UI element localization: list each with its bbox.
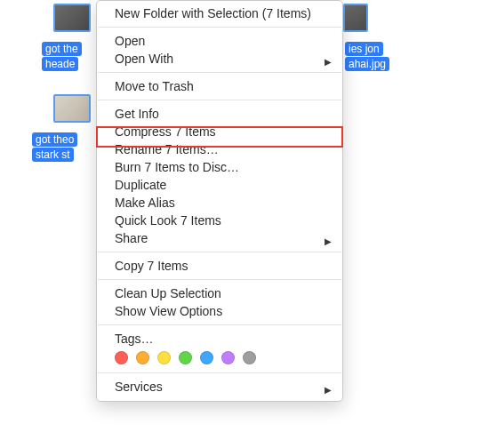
menu-separator: [98, 100, 341, 100]
menu-item-label: Rename 7 Items…: [115, 142, 219, 156]
file-label[interactable]: stark st: [32, 148, 74, 162]
context-menu: New Folder with Selection (7 Items) Open…: [96, 0, 343, 402]
file-thumbnail[interactable]: [343, 4, 368, 32]
menu-show-view-options[interactable]: Show View Options: [97, 302, 342, 320]
menu-item-label: Tags…: [115, 332, 154, 346]
menu-item-label: Copy 7 Items: [115, 259, 188, 273]
menu-separator: [98, 72, 341, 73]
file-thumbnail[interactable]: [53, 94, 91, 123]
menu-open[interactable]: Open: [97, 32, 342, 50]
submenu-arrow-icon: ▶: [325, 381, 332, 399]
tag-green[interactable]: [179, 351, 192, 364]
menu-services[interactable]: Services ▶: [97, 378, 342, 396]
tag-red[interactable]: [115, 351, 128, 364]
file-label[interactable]: got the: [42, 42, 82, 56]
menu-rename[interactable]: Rename 7 Items…: [97, 140, 342, 158]
tag-purple[interactable]: [221, 351, 235, 364]
menu-share[interactable]: Share ▶: [97, 229, 342, 247]
menu-item-label: Services: [115, 380, 163, 394]
menu-item-label: Compress 7 Items: [115, 124, 216, 139]
submenu-arrow-icon: ▶: [325, 53, 332, 71]
tag-gray[interactable]: [243, 351, 256, 364]
menu-duplicate[interactable]: Duplicate: [97, 176, 342, 194]
tags-row: [97, 348, 342, 368]
menu-item-label: Burn 7 Items to Disc…: [115, 160, 239, 174]
menu-burn[interactable]: Burn 7 Items to Disc…: [97, 158, 342, 176]
menu-item-label: Open: [115, 34, 145, 48]
menu-clean-up-selection[interactable]: Clean Up Selection: [97, 284, 342, 302]
submenu-arrow-icon: ▶: [325, 233, 332, 251]
menu-separator: [98, 27, 341, 28]
menu-open-with[interactable]: Open With ▶: [97, 50, 342, 68]
menu-item-label: Get Info: [115, 107, 159, 121]
tag-yellow[interactable]: [157, 351, 171, 364]
menu-make-alias[interactable]: Make Alias: [97, 194, 342, 212]
tag-orange[interactable]: [136, 351, 149, 364]
menu-compress[interactable]: Compress 7 Items: [97, 123, 342, 140]
menu-get-info[interactable]: Get Info: [97, 105, 342, 123]
menu-copy[interactable]: Copy 7 Items: [97, 257, 342, 275]
menu-quick-look[interactable]: Quick Look 7 Items: [97, 212, 342, 229]
file-thumbnail[interactable]: [53, 4, 91, 32]
menu-move-to-trash[interactable]: Move to Trash: [97, 77, 342, 95]
menu-item-label: Move to Trash: [115, 79, 194, 93]
menu-separator: [98, 252, 341, 252]
file-label[interactable]: ies jon: [345, 42, 383, 56]
menu-tags[interactable]: Tags…: [97, 330, 342, 348]
menu-item-label: Make Alias: [115, 196, 175, 210]
file-label[interactable]: got theo: [32, 132, 77, 147]
menu-new-folder-with-selection[interactable]: New Folder with Selection (7 Items): [97, 4, 342, 22]
file-label[interactable]: ahai.jpg: [345, 57, 389, 71]
file-label[interactable]: heade: [42, 57, 78, 71]
menu-item-label: Duplicate: [115, 178, 166, 192]
menu-separator: [98, 324, 341, 325]
tag-blue[interactable]: [200, 351, 213, 364]
menu-separator: [98, 279, 341, 280]
menu-item-label: Clean Up Selection: [115, 286, 221, 300]
menu-item-label: Open With: [115, 52, 173, 66]
menu-item-label: New Folder with Selection (7 Items): [115, 6, 311, 20]
menu-separator: [98, 372, 341, 373]
menu-item-label: Quick Look 7 Items: [115, 213, 221, 228]
menu-item-label: Share: [115, 231, 148, 245]
menu-item-label: Show View Options: [115, 304, 222, 318]
